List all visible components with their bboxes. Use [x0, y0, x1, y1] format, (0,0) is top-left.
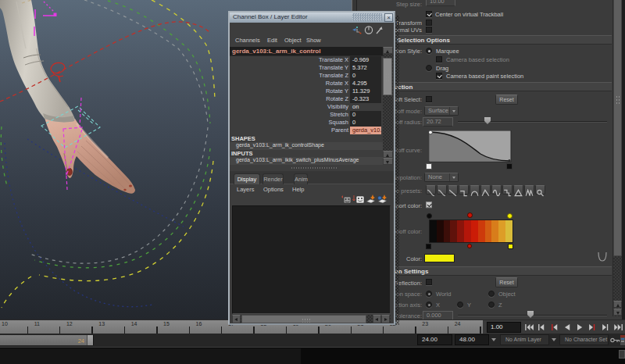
channel-row[interactable]: Translate Z0: [230, 72, 383, 80]
tab-render[interactable]: Render: [262, 173, 284, 184]
layer-list-scrollbar[interactable]: [232, 315, 391, 323]
channel-name[interactable]: Stretch: [330, 111, 348, 118]
dome-curve-preset-button[interactable]: [470, 185, 480, 194]
step-forward-key-button[interactable]: [600, 321, 612, 334]
linear-curve-preset-button[interactable]: [448, 185, 458, 194]
axis-x-radio[interactable]: [426, 302, 432, 308]
range-slider-handle[interactable]: [87, 335, 93, 345]
tab-display[interactable]: Display: [234, 173, 260, 184]
color-feedback-checkbox[interactable]: [426, 202, 432, 208]
character-set-dropdown[interactable]: No Character Set: [559, 334, 609, 345]
menu-show[interactable]: Show: [306, 37, 321, 44]
playback-end-field[interactable]: 24.00: [417, 334, 452, 345]
pick-arrow-icon[interactable]: [377, 27, 383, 34]
channel-row[interactable]: Rotate X4.295: [230, 80, 383, 87]
command-line-input[interactable]: [0, 348, 301, 364]
channel-row[interactable]: Rotate Y11.329: [230, 87, 383, 95]
anim-layer-menu-icon[interactable]: [491, 338, 496, 341]
menu-layers[interactable]: Layers: [237, 186, 255, 193]
menu-help[interactable]: Help: [292, 186, 304, 193]
scrollbar-up-button[interactable]: [383, 47, 393, 54]
channel-name[interactable]: Translate Z: [319, 72, 348, 79]
scrollbar-left-button[interactable]: [232, 315, 241, 323]
channel-value-field[interactable]: gerda_v10...: [350, 127, 381, 134]
go-to-start-button[interactable]: [523, 321, 536, 334]
scrollbar-thumb[interactable]: [383, 58, 392, 95]
character-set-menu-icon[interactable]: [552, 338, 556, 341]
tab-anim[interactable]: Anim: [294, 173, 308, 184]
channel-row[interactable]: Parentgerda_v10...: [230, 127, 383, 134]
channel-name[interactable]: Translate X: [319, 56, 348, 63]
channel-name[interactable]: Translate Y: [319, 64, 348, 71]
ramp-swatch-end[interactable]: [508, 244, 513, 249]
color-swatch[interactable]: [424, 254, 455, 262]
falloff-color-ramp[interactable]: [429, 219, 513, 243]
ramp-swatch-start[interactable]: [426, 244, 431, 249]
channel-name[interactable]: Rotate Y: [326, 87, 348, 95]
animation-preferences-icon[interactable]: [620, 335, 625, 345]
window-titlebar[interactable]: Channel Box / Layer Editor ×: [230, 12, 394, 23]
soft-select-reset-button[interactable]: Reset: [495, 95, 518, 105]
ramp-marker-start-top[interactable]: [427, 213, 432, 219]
scrollbar-left-button[interactable]: [373, 315, 381, 323]
tolerance-slider-handle[interactable]: [527, 311, 534, 318]
new-empty-layer-icon[interactable]: [366, 194, 375, 203]
script-editor-icon[interactable]: [619, 350, 625, 359]
manipulator-icon[interactable]: [352, 27, 362, 34]
soft-curve-preset-button[interactable]: [426, 185, 436, 194]
range-slider[interactable]: 24: [0, 335, 94, 345]
new-layer-from-selected-icon[interactable]: [378, 194, 387, 203]
auto-keyframe-icon[interactable]: [610, 337, 620, 344]
channel-row[interactable]: Stretch0: [230, 111, 383, 119]
current-time-field[interactable]: 1.00: [487, 322, 521, 333]
reflection-reset-button[interactable]: Reset: [495, 277, 518, 287]
input-node-item[interactable]: gerda_v103:L_arm_ikik_switch_plusMinusAv…: [230, 157, 383, 165]
pulse-curve-preset-button[interactable]: [524, 185, 534, 194]
ramp-marker-middle-bottom[interactable]: [467, 244, 472, 248]
display-layer-list[interactable]: [232, 205, 391, 314]
channel-value-field[interactable]: 0: [350, 111, 381, 119]
world-radio[interactable]: [426, 291, 432, 297]
speed-dial-icon[interactable]: [365, 27, 372, 34]
scrollbar-thumb[interactable]: [241, 315, 366, 323]
channel-value-field[interactable]: 11.329: [350, 87, 381, 95]
anim-layer-dropdown[interactable]: No Anim Layer: [500, 334, 549, 345]
zoom-preset-preset-button[interactable]: [535, 185, 545, 194]
channel-row[interactable]: Rotate Z-0.323: [230, 95, 383, 103]
move-layer-up-icon[interactable]: [341, 195, 351, 203]
step-size-field[interactable]: 10.00: [426, 0, 455, 6]
scrollbar-down-button[interactable]: [613, 309, 622, 316]
channel-name[interactable]: Squash: [329, 119, 348, 126]
curve-point-start[interactable]: [429, 130, 432, 134]
object-radio[interactable]: [488, 291, 495, 297]
object-name-field[interactable]: gerda_v103:L_arm_ik_control: [230, 47, 383, 56]
center-trackball-checkbox[interactable]: [426, 11, 432, 17]
reflection-checkbox[interactable]: [426, 279, 432, 285]
wave-curve-preset-button[interactable]: [491, 185, 502, 194]
ramp-marker-middle-top[interactable]: [467, 212, 473, 218]
interpolation-dropdown[interactable]: None: [424, 173, 459, 182]
pane-splitter[interactable]: [230, 165, 383, 171]
preserve-uvs-checkbox[interactable]: [426, 27, 432, 33]
move-layer-down-icon[interactable]: [353, 195, 365, 203]
channel-value-field[interactable]: 5.372: [350, 64, 381, 72]
channel-value-field[interactable]: 0: [350, 72, 381, 80]
play-forward-button[interactable]: [574, 321, 587, 334]
step-forward-frame-button[interactable]: [587, 321, 599, 334]
scrollbar-up-button[interactable]: [383, 151, 393, 158]
transform-checkbox[interactable]: [426, 20, 432, 26]
step-back-frame-button[interactable]: [549, 321, 562, 334]
axis-y-radio[interactable]: [457, 302, 463, 308]
falloff-radius-slider[interactable]: [458, 121, 607, 123]
channel-row[interactable]: Translate X-0.969: [230, 56, 383, 64]
channel-value-field[interactable]: 0: [350, 119, 381, 127]
axis-z-radio[interactable]: [488, 302, 495, 308]
soft-select-checkbox[interactable]: [426, 96, 432, 102]
channel-name[interactable]: Visibility: [327, 103, 348, 110]
falloff-curve-widget[interactable]: [429, 130, 512, 162]
ramp-marker-end-top[interactable]: [507, 213, 512, 219]
scrollbar-right-button[interactable]: [381, 315, 390, 323]
marquee-radio[interactable]: [426, 48, 432, 54]
menu-edit[interactable]: Edit: [267, 37, 277, 44]
stairs-curve-preset-button[interactable]: [502, 185, 512, 194]
